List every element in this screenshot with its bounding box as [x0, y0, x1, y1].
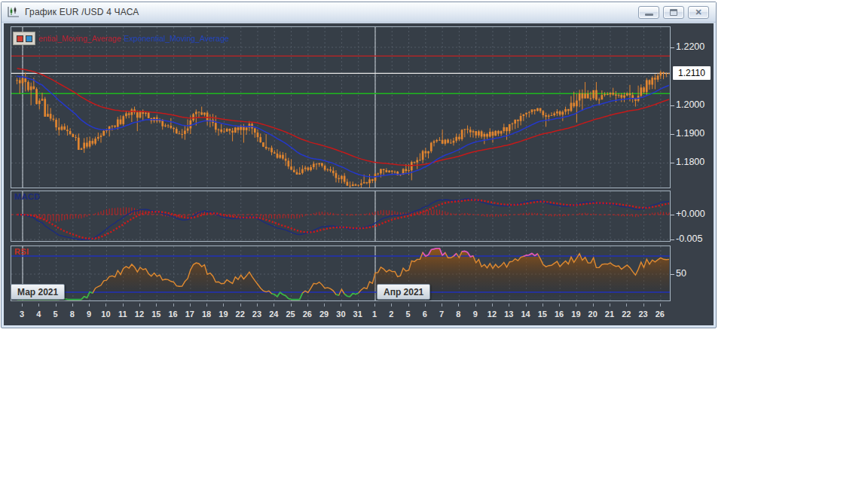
date-label: 5 — [47, 310, 64, 319]
date-label: 8 — [64, 310, 81, 319]
date-label: 18 — [198, 310, 215, 319]
date-tick — [526, 303, 527, 307]
date-label: 11 — [115, 310, 131, 319]
date-label: 12 — [484, 310, 500, 319]
close-button[interactable]: ✕ — [688, 6, 709, 19]
date-label: 2 — [383, 310, 399, 319]
date-tick — [576, 303, 576, 307]
date-tick — [56, 303, 57, 307]
maximize-button[interactable] — [663, 6, 684, 19]
rsi-axis-tick — [671, 274, 674, 275]
macd-canvas — [11, 191, 670, 241]
date-label: 22 — [232, 310, 249, 319]
macd-label: MACD — [14, 192, 40, 201]
macd-axis-label: -0.005 — [676, 233, 715, 244]
date-label: 29 — [316, 310, 332, 319]
date-label: 24 — [265, 310, 282, 319]
minimize-icon — [645, 14, 653, 16]
date-label: 17 — [182, 310, 198, 319]
date-tick — [223, 303, 224, 307]
price-axis-label: 1.1900 — [676, 128, 715, 139]
date-label: 19 — [567, 310, 584, 319]
rsi-canvas — [11, 246, 670, 300]
date-label: 10 — [97, 310, 114, 319]
legend-ema-blue-label: Exponential_Moving_Average — [124, 34, 229, 43]
date-label: 30 — [332, 310, 349, 319]
chart-client-area: ential_Moving_Average Exponential_Moving… — [4, 23, 714, 325]
window-controls: ✕ — [638, 6, 711, 19]
date-tick — [358, 303, 359, 307]
date-label: 25 — [283, 310, 299, 319]
date-tick — [458, 303, 459, 307]
date-label: 13 — [500, 310, 517, 319]
date-label: 8 — [450, 310, 466, 319]
rsi-axis-label: 50 — [676, 268, 715, 279]
legend-ema-red-label: ential_Moving_Average — [38, 34, 121, 43]
indicator-swatch-buttons[interactable] — [13, 32, 35, 45]
date-tick — [72, 303, 73, 307]
date-tick — [173, 303, 174, 307]
date-tick — [240, 303, 241, 307]
date-label: 1 — [366, 310, 383, 319]
date-label: 9 — [81, 310, 97, 319]
price-axis-tick — [671, 105, 674, 106]
date-tick — [408, 303, 409, 307]
date-label: 3 — [14, 310, 30, 319]
date-label: 7 — [433, 310, 450, 319]
close-icon: ✕ — [695, 8, 701, 17]
date-tick — [542, 303, 543, 307]
date-label: 15 — [534, 310, 551, 319]
date-label: 26 — [652, 310, 668, 319]
date-tick — [374, 303, 375, 307]
date-label: 5 — [400, 310, 417, 319]
ema-blue-swatch[interactable] — [26, 35, 32, 42]
date-label: 20 — [585, 310, 601, 319]
month-label-mar: Мар 2021 — [11, 284, 65, 300]
date-tick — [391, 303, 392, 307]
date-tick — [38, 303, 39, 307]
date-label: 16 — [165, 310, 182, 319]
date-tick — [206, 303, 207, 307]
price-axis-tick — [671, 163, 674, 163]
date-tick — [593, 303, 594, 307]
date-label: 21 — [601, 310, 618, 319]
window-title: График EUR /USD 4 ЧАСА — [25, 7, 139, 17]
date-tick — [123, 303, 124, 307]
date-tick — [442, 303, 442, 307]
date-label: 4 — [30, 310, 47, 319]
price-axis-label: 1.2000 — [676, 99, 715, 110]
date-tick — [509, 303, 509, 307]
maximize-icon — [670, 9, 677, 16]
price-chart-panel[interactable]: ential_Moving_Average Exponential_Moving… — [11, 26, 671, 188]
ema-red-swatch[interactable] — [17, 35, 23, 42]
date-tick — [307, 303, 308, 307]
price-axis-tick — [671, 47, 674, 48]
date-label: 23 — [635, 310, 652, 319]
date-tick — [190, 303, 191, 307]
date-tick — [341, 303, 341, 307]
macd-panel[interactable]: MACD — [11, 191, 671, 242]
date-tick — [257, 303, 258, 307]
date-label: 14 — [518, 310, 534, 319]
minimize-button[interactable] — [638, 6, 659, 19]
macd-axis-tick — [671, 239, 674, 240]
date-tick — [22, 303, 23, 307]
date-label: 22 — [618, 310, 634, 319]
macd-axis-tick — [671, 215, 674, 215]
current-price-box: 1.2110 — [673, 66, 711, 80]
price-chart-canvas — [11, 27, 670, 188]
date-tick — [274, 303, 274, 307]
price-axis-label: 1.2200 — [676, 41, 715, 52]
date-label: 15 — [148, 310, 164, 319]
date-tick — [139, 303, 140, 307]
price-axis-label: 1.1800 — [676, 157, 715, 167]
date-label: 16 — [551, 310, 567, 319]
date-tick — [291, 303, 292, 307]
window-titlebar[interactable]: График EUR /USD 4 ЧАСА ✕ — [2, 2, 716, 23]
date-tick — [492, 303, 493, 307]
month-label-apr: Апр 2021 — [377, 284, 430, 300]
price-axis-tick — [671, 134, 674, 135]
date-tick — [105, 303, 106, 307]
rsi-panel[interactable]: RSI — [11, 246, 671, 301]
date-tick — [660, 303, 661, 307]
